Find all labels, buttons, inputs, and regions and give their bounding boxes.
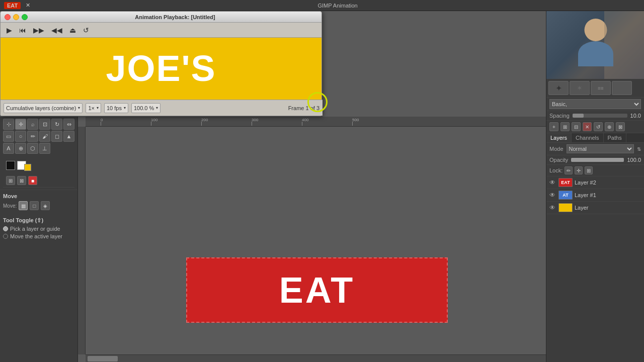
layer-refresh-btn[interactable]: ⊕ [605, 122, 614, 131]
tool-zoom[interactable]: ⌕ [27, 119, 38, 130]
layer-list: 👁 EAT Layer #2 👁 AT Layer #1 👁 Layer [546, 176, 644, 362]
layer-visibility-2[interactable]: 👁 [548, 178, 556, 187]
layer-settings-btn[interactable]: ⊠ [616, 122, 625, 131]
move-mode-btn3[interactable]: ◈ [41, 201, 50, 210]
radio-icon [3, 226, 8, 231]
radio-move-active[interactable]: Move the active layer [3, 233, 74, 239]
merge-layer-btn[interactable]: ⊟ [572, 122, 581, 131]
tool-pencil[interactable]: ✏ [27, 131, 38, 142]
minimize-button[interactable] [13, 14, 19, 20]
tab-layers[interactable]: Layers [546, 133, 572, 142]
layer-name-2: Layer #2 [575, 179, 596, 186]
foreground-color[interactable] [6, 161, 15, 170]
step-back-button[interactable]: ◀◀ [49, 25, 64, 35]
tool-clone[interactable]: ⊕ [15, 143, 26, 154]
ruler-tick-400 [302, 122, 302, 126]
joes-text: JOE'S [1, 38, 321, 89]
anim-window-title: Animation Playback: [Untitled] [33, 14, 317, 20]
layers-action-btn3[interactable]: ■ [28, 176, 37, 185]
tool-select-rect[interactable]: ▭ [3, 131, 14, 142]
close-icon[interactable]: ✕ [26, 2, 30, 9]
layer-visibility-0[interactable]: 👁 [548, 204, 556, 212]
tab-channels[interactable]: Channels [572, 133, 603, 142]
opacity-slider[interactable] [571, 158, 624, 162]
lock-position-btn[interactable]: ✛ [575, 166, 583, 174]
tab-paths[interactable]: Paths [604, 133, 626, 142]
mode-label: Mode [549, 146, 564, 152]
cumulative-layers-dropdown[interactable]: Cumulative layers (combine) ▾ [4, 103, 83, 113]
radio-pick-layer[interactable]: Pick a layer or guide [3, 226, 74, 232]
duplicate-layer-btn[interactable]: ⊞ [560, 122, 570, 131]
tool-crop[interactable]: ⊡ [39, 119, 50, 130]
move-mode-btn2[interactable]: □ [30, 201, 39, 210]
drawing-canvas[interactable]: EAT [86, 127, 546, 354]
close-button[interactable] [5, 14, 11, 20]
maximize-button[interactable] [22, 14, 28, 20]
spacing-row: Spacing 10.0 [546, 111, 644, 121]
ruler-ticks: 0 100 200 300 400 500 [86, 117, 546, 126]
layer-item-2[interactable]: 👁 EAT Layer #2 [546, 176, 644, 189]
layer-item-1[interactable]: 👁 AT Layer #1 [546, 189, 644, 202]
horizontal-scrollbar[interactable] [86, 354, 546, 362]
brush-preset-3[interactable]: ≡≡ [591, 81, 611, 95]
ruler-mark-400: 400 [302, 118, 308, 122]
ruler-tick-100 [151, 122, 151, 126]
layer-visibility-1[interactable]: 👁 [548, 191, 556, 199]
zoom-dropdown[interactable]: 100.0 % ▾ [131, 103, 160, 113]
eject-button[interactable]: ⏏ [67, 25, 78, 35]
tool-select-ellipse[interactable]: ○ [15, 131, 26, 142]
delete-layer-btn[interactable]: ✕ [583, 122, 592, 131]
radio-label-pick: Pick a layer or guide [10, 226, 60, 232]
play-button[interactable]: ▶ [5, 25, 14, 35]
top-bar: EAT ✕ GIMP Animation [0, 0, 644, 11]
lock-pixels-btn[interactable]: ✏ [565, 166, 573, 174]
tool-flip[interactable]: ⇔ [63, 119, 74, 130]
move-mode-btn1[interactable]: ▦ [19, 201, 28, 210]
ruler-tick-0 [101, 122, 101, 126]
layer-up-btn[interactable]: ↺ [594, 122, 603, 131]
traffic-lights [5, 14, 28, 20]
tool-measure[interactable]: ⊥ [39, 143, 50, 154]
lock-all-btn[interactable]: ⊞ [585, 166, 593, 174]
ruler-left [78, 127, 86, 354]
opacity-row: Opacity 100.0 [546, 155, 644, 165]
brush-type-select[interactable]: Basic, [549, 99, 641, 109]
brush-preset-1[interactable]: ✦ [548, 81, 569, 95]
tool-eraser[interactable]: ◻ [51, 131, 62, 142]
blend-mode-select[interactable]: Normal [567, 144, 634, 153]
refresh-button[interactable]: ↺ [81, 25, 91, 35]
fps-dropdown[interactable]: 10 fps ▾ [104, 103, 128, 113]
anim-bottom-controls: Cumulative layers (combine) ▾ 1× ▾ 10 fp… [1, 100, 323, 116]
speed-dropdown[interactable]: 1× ▾ [86, 103, 101, 113]
main-layout: Animation Playback: [Untitled] ▶ ⏮ ▶▶ ◀◀… [0, 11, 644, 362]
layers-action-btn2[interactable]: ⊠ [17, 176, 26, 185]
rewind-button[interactable]: ⏮ [17, 25, 28, 35]
ruler-tick-500 [352, 122, 353, 126]
tool-lasso[interactable]: ⊹ [3, 119, 14, 130]
tool-path[interactable]: ⬡ [27, 143, 38, 154]
tool-text[interactable]: A [3, 143, 14, 154]
scrollbar-thumb[interactable] [88, 356, 118, 361]
brush-preset-2[interactable]: ✶ [570, 81, 590, 95]
layers-action-btn1[interactable]: ⊞ [6, 176, 15, 185]
color-swatches [3, 157, 74, 174]
brush-preset-4[interactable]: ⬤ [612, 81, 632, 95]
blend-mode-row: Mode Normal ⇅ [546, 143, 644, 155]
canvas-area: Animation Playback: [Untitled] ▶ ⏮ ▶▶ ◀◀… [0, 11, 546, 362]
tool-rotate[interactable]: ↻ [51, 119, 62, 130]
layer-item-0[interactable]: 👁 Layer [546, 202, 644, 214]
frame-info: Frame 1 of 3 [288, 105, 319, 111]
layer-thumb-2: EAT [558, 178, 573, 187]
active-color[interactable] [24, 164, 31, 171]
new-layer-btn[interactable]: + [549, 122, 558, 131]
eat-layer-box[interactable]: EAT [186, 257, 448, 323]
blend-arrows[interactable]: ⇅ [637, 146, 641, 152]
chevron-down-icon: ▾ [78, 106, 80, 110]
layer-name-1: Layer #1 [575, 192, 596, 198]
tool-section-title: Move [3, 193, 74, 199]
tool-move[interactable]: ✛ [15, 119, 26, 130]
layer-name-0: Layer [575, 205, 589, 211]
step-forward-button[interactable]: ▶▶ [31, 25, 46, 35]
tool-brush[interactable]: 🖌 [39, 131, 50, 142]
tool-fill[interactable]: ▲ [63, 131, 74, 142]
